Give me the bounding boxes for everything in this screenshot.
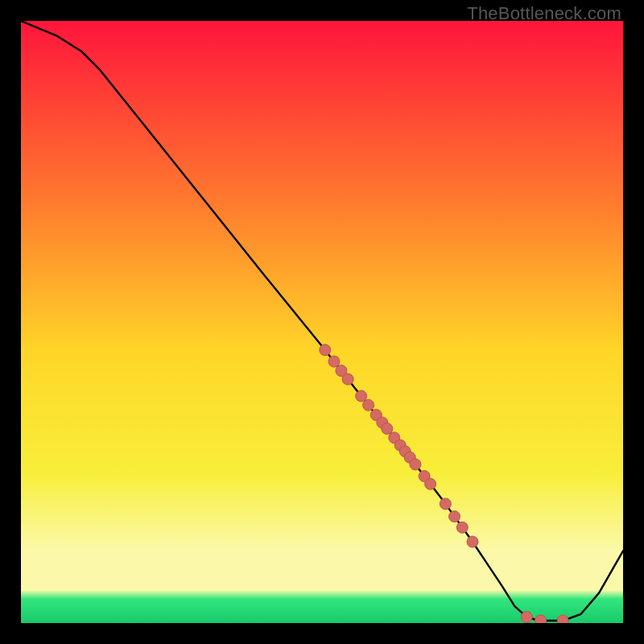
chart-frame — [21, 21, 623, 623]
curve-dot — [356, 390, 367, 402]
curve-dot — [521, 612, 532, 623]
curve-dot — [342, 374, 353, 385]
curve-dot — [449, 511, 460, 522]
curve-dot — [382, 423, 393, 434]
curve-dot — [557, 615, 568, 623]
bottleneck-chart — [21, 21, 623, 623]
curve-dot — [328, 356, 340, 367]
curve-dot — [363, 399, 374, 411]
curve-dot — [456, 522, 468, 533]
curve-dot — [535, 615, 547, 623]
chart-background — [21, 21, 623, 623]
curve-dot — [320, 345, 331, 356]
curve-dot — [467, 536, 478, 547]
curve-dot — [440, 498, 451, 510]
curve-dot — [410, 459, 421, 470]
curve-dot — [425, 478, 436, 489]
